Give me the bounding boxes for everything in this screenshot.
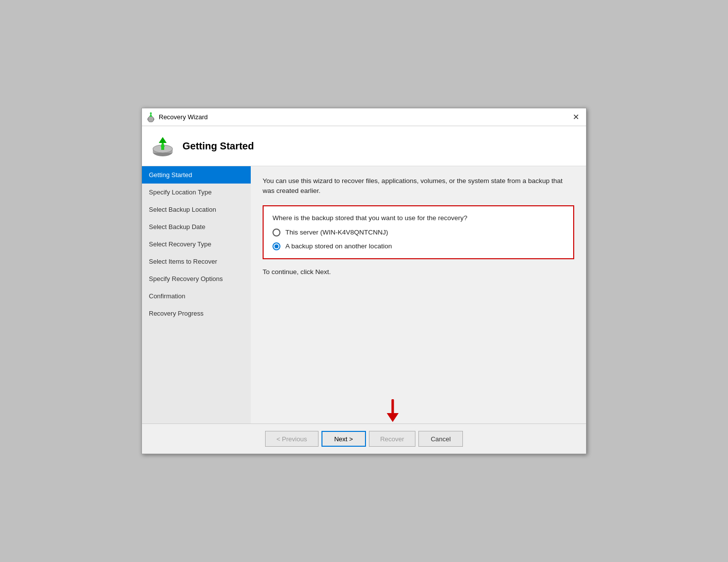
continue-text: To continue, click Next. [263,268,574,276]
arrow-indicator [384,399,402,424]
sidebar-item-recovery-progress[interactable]: Recovery Progress [142,305,251,322]
svg-rect-8 [161,146,164,150]
title-bar-left: Recovery Wizard [146,112,208,122]
sidebar-item-select-backup-location[interactable]: Select Backup Location [142,201,251,218]
next-button[interactable]: Next > [321,431,366,447]
svg-marker-11 [387,413,399,422]
sidebar-item-select-recovery-type[interactable]: Select Recovery Type [142,235,251,253]
sidebar: Getting Started Specify Location Type Se… [142,166,251,423]
wizard-title-icon [146,112,156,122]
radio-circle-another-location [273,242,280,250]
svg-point-3 [150,112,152,114]
svg-marker-9 [159,137,167,143]
next-arrow-icon [384,399,402,423]
title-bar-title: Recovery Wizard [159,113,208,121]
radio-circle-this-server [273,229,280,236]
sidebar-item-confirmation[interactable]: Confirmation [142,287,251,305]
content-area: You can use this wizard to recover files… [251,166,586,423]
description-text: You can use this wizard to recover files… [263,176,574,196]
sidebar-item-specify-location-type[interactable]: Specify Location Type [142,184,251,201]
header-section: Getting Started [142,126,586,166]
title-bar: Recovery Wizard ✕ [142,108,586,126]
recovery-wizard-window: Recovery Wizard ✕ Getting Started Gettin… [141,108,587,454]
question-text: Where is the backup stored that you want… [273,214,564,222]
header-wizard-icon [150,133,176,159]
radio-option-this-server[interactable]: This server (WIN-K4V8QNTCNNJ) [273,229,564,236]
footer-area: < Previous Next > Recover Cancel [142,423,586,454]
header-title: Getting Started [182,140,254,152]
main-content: Getting Started Specify Location Type Se… [142,166,586,423]
cancel-button[interactable]: Cancel [418,431,463,447]
previous-button[interactable]: < Previous [265,431,318,447]
recover-button[interactable]: Recover [369,431,415,447]
radio-label-another-location: A backup stored on another location [285,242,392,250]
sidebar-item-select-items-to-recover[interactable]: Select Items to Recover [142,253,251,270]
sidebar-item-select-backup-date[interactable]: Select Backup Date [142,218,251,235]
close-button[interactable]: ✕ [570,112,582,122]
radio-label-this-server: This server (WIN-K4V8QNTCNNJ) [285,229,388,236]
radio-option-another-location[interactable]: A backup stored on another location [273,242,564,250]
svg-point-1 [148,116,154,122]
sidebar-item-getting-started[interactable]: Getting Started [142,166,251,184]
button-group: < Previous Next > Recover Cancel [265,431,463,447]
sidebar-item-specify-recovery-options[interactable]: Specify Recovery Options [142,270,251,287]
question-box: Where is the backup stored that you want… [263,205,574,259]
